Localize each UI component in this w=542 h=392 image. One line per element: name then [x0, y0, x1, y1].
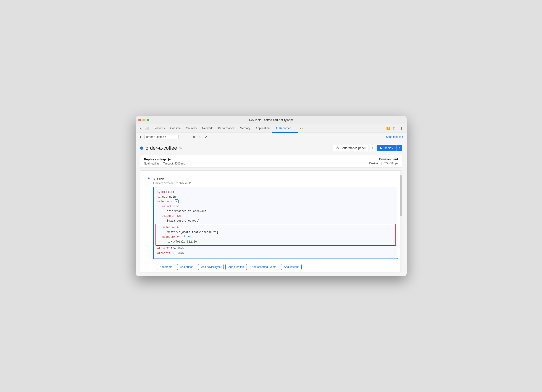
play-icon[interactable]: ▷ — [197, 134, 203, 140]
steps-area: ▼ Click ⋮ Element "Proceed to checkout" … — [140, 171, 402, 272]
recording-status-dot — [140, 146, 143, 150]
tab-nav: Elements Console Sources Network Perform… — [150, 124, 386, 133]
replay-main-button[interactable]: ▶ Replay — [377, 145, 396, 151]
main-content: order-a-coffee ✎ ⏱ Performance panel ▾ ▶… — [136, 141, 406, 276]
tab-application[interactable]: Application — [253, 124, 272, 133]
download-icon[interactable]: ↓ — [185, 134, 191, 140]
tab-right-controls: 1 ⚙ ⋮ — [386, 125, 405, 132]
add-recording-button[interactable]: + — [138, 134, 143, 140]
scrollbar-thumb[interactable] — [400, 175, 402, 216]
offsetX-key: offsetX: — [157, 246, 171, 251]
selector2-value: [data-test=checkout] — [167, 219, 200, 223]
recording-selector-name: order-a-coffee — [146, 135, 164, 139]
add-duration-button[interactable]: Add duration — [225, 264, 247, 270]
add-asserted-events-button[interactable]: Add assertedEvents — [249, 264, 279, 270]
selector4-add-icon[interactable]: + — [183, 235, 186, 238]
perf-panel-label: Performance panel — [340, 146, 366, 150]
environment-title: Environment — [369, 157, 398, 161]
selector1-key: selector #1: — [162, 204, 182, 209]
recorder-icon: 🎙 — [275, 126, 278, 130]
code-selectors-line: selectors: ↖ — [157, 199, 394, 204]
titlebar: DevTools - coffee-cart.netlify.app/ — [136, 116, 406, 124]
tab-performance[interactable]: Performance — [215, 124, 237, 133]
send-feedback-link[interactable]: Send feedback — [386, 135, 404, 139]
selectors-type-icon: ↖ — [175, 199, 179, 203]
step-description: Element "Proceed to checkout" — [153, 182, 398, 187]
selector3-key: selector #3: — [162, 225, 182, 230]
add-button-button[interactable]: Add button — [177, 264, 196, 270]
offsetX-value: 174.1875 — [171, 246, 184, 251]
maximize-button[interactable] — [146, 119, 149, 121]
env-type: Desktop — [369, 162, 379, 165]
close-button[interactable] — [138, 119, 141, 121]
recording-title: order-a-coffee — [146, 145, 177, 151]
tab-more-button[interactable]: >> — [298, 124, 304, 133]
add-device-type-button[interactable]: Add deviceType — [198, 264, 223, 270]
settings-left: Replay settings ▶ No throttling | Timeou… — [144, 157, 185, 165]
toolbar-icons: ↑ ↓ 🗑 ▷ ↺ — [179, 134, 209, 140]
settings-icon[interactable]: ⚙ — [391, 125, 397, 132]
selector3-value: xpath//*[@data-test="checkout"] — [167, 230, 218, 235]
step-container: ▼ Click ⋮ Element "Proceed to checkout" … — [141, 176, 402, 272]
code-target-line: target: main — [157, 195, 394, 199]
recording-selector[interactable]: order-a-coffee ▾ — [144, 135, 179, 139]
traffic-lights — [138, 119, 149, 121]
replay-settings-title[interactable]: Replay settings ▶ — [144, 157, 185, 161]
recording-title-group: order-a-coffee ✎ — [140, 145, 182, 151]
minimize-button[interactable] — [142, 119, 145, 121]
export-icon[interactable]: ↑ — [179, 134, 185, 140]
env-divider: | — [381, 162, 382, 165]
device-icon[interactable]: ⬜ — [144, 125, 150, 132]
step-type-label: Click — [157, 177, 164, 181]
code-selector1-value-line: aria/Proceed to checkout — [166, 209, 394, 214]
type-value: click — [166, 190, 174, 195]
header-actions: ⏱ Performance panel ▾ ▶ Replay ▾ — [333, 145, 402, 151]
recorder-toolbar: + order-a-coffee ▾ ↑ ↓ 🗑 ▷ ↺ Send feedba… — [136, 133, 406, 141]
top-connector — [141, 171, 402, 176]
step-connector-area — [144, 177, 153, 179]
window-title: DevTools - coffee-cart.netlify.app/ — [249, 118, 293, 122]
step-content: ▼ Click ⋮ Element "Proceed to checkout" … — [153, 177, 398, 272]
settings-info: No throttling | Timeout: 5000 ms — [144, 162, 185, 165]
record-icon[interactable]: ↺ — [203, 134, 209, 140]
perf-panel-main-button[interactable]: ⏱ Performance panel — [333, 145, 368, 151]
selector4-remove-icon[interactable]: − — [187, 235, 190, 238]
offsetY-key: offsetY: — [157, 251, 171, 256]
add-timeout-button[interactable]: Add timeout — [281, 264, 302, 270]
more-options-icon[interactable]: ⋮ — [398, 125, 405, 132]
target-value: main — [169, 195, 176, 199]
settings-expand-arrow-icon: ▶ — [168, 157, 171, 161]
code-offsetX-line: offsetX: 174.1875 — [157, 246, 394, 251]
expand-arrow-icon[interactable]: ▼ — [153, 178, 156, 181]
devtools-window: DevTools - coffee-cart.netlify.app/ ↖ ⬜ … — [136, 116, 406, 276]
tab-network[interactable]: Network — [199, 124, 215, 133]
cursor-icon[interactable]: ↖ — [137, 125, 144, 132]
step-more-options-icon[interactable]: ⋮ — [394, 177, 398, 181]
scrollbar-track[interactable] — [400, 171, 402, 272]
notification-badge: 1 — [386, 127, 390, 130]
code-selector1-line: selector #1: — [162, 204, 394, 209]
recording-header: order-a-coffee ✎ ⏱ Performance panel ▾ ▶… — [140, 145, 402, 151]
settings-bar: Replay settings ▶ No throttling | Timeou… — [140, 155, 402, 168]
edit-name-icon[interactable]: ✎ — [179, 146, 182, 150]
code-selector4-line: selector #4: + − — [162, 235, 394, 240]
tab-memory[interactable]: Memory — [237, 124, 253, 133]
tab-elements[interactable]: Elements — [150, 124, 168, 133]
add-frame-button[interactable]: Add frame — [157, 264, 175, 270]
code-selector4-value-line: text/Total: $12.00 — [167, 240, 394, 244]
step-title-row: ▼ Click ⋮ — [153, 177, 398, 182]
delete-icon[interactable]: 🗑 — [191, 134, 197, 140]
selectors-key: selectors: — [157, 199, 174, 204]
tab-sources[interactable]: Sources — [183, 124, 199, 133]
tabbar: ↖ ⬜ Elements Console Sources Network Per… — [136, 124, 406, 133]
offsetY-value: 9.796875 — [171, 251, 184, 256]
env-size: 372×804 px — [384, 162, 398, 165]
tab-console[interactable]: Console — [168, 124, 184, 133]
code-block: type: click target: main selectors: ↖ — [153, 187, 398, 259]
tab-recorder[interactable]: 🎙 Recorder ✕ — [272, 124, 298, 133]
replay-dropdown-button[interactable]: ▾ — [396, 145, 402, 151]
selector4-key: selector #4: — [162, 235, 182, 240]
perf-panel-dropdown-button[interactable]: ▾ — [370, 145, 375, 151]
tab-close-button[interactable]: ✕ — [292, 126, 295, 130]
highlighted-selector-section: selector #3: xpath//*[@data-test="checko… — [156, 224, 396, 246]
